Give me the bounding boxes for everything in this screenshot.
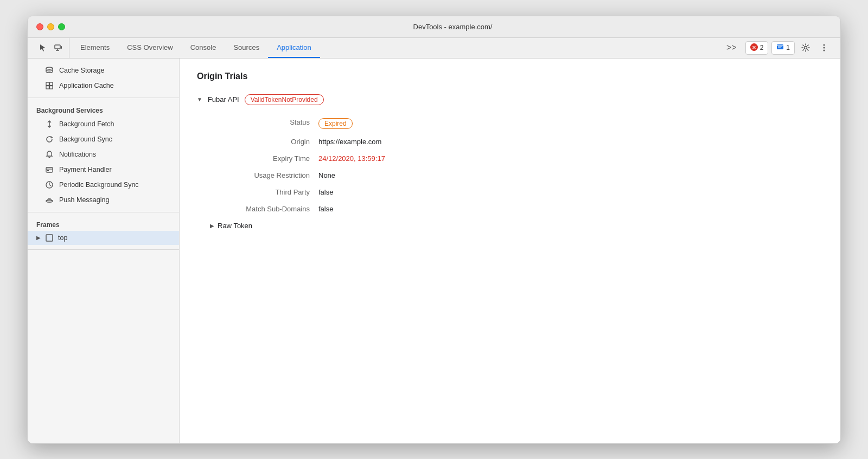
tabs-overflow-button[interactable]: >>: [722, 38, 741, 58]
frames-section: Frames ▶ top: [28, 212, 179, 250]
sidebar-item-payment-handler[interactable]: Payment Handler: [28, 162, 179, 177]
sidebar-item-application-cache[interactable]: Application Cache: [28, 78, 179, 93]
svg-text:✕: ✕: [752, 45, 756, 50]
periodic-sync-icon: [45, 180, 54, 189]
sidebar-item-background-sync[interactable]: Background Sync: [28, 132, 179, 147]
toolbar-icons: [32, 38, 69, 58]
sidebar: Cache Storage Application Cache: [28, 59, 180, 443]
usage-restriction-label: Usage Restriction: [210, 167, 318, 184]
svg-rect-15: [46, 82, 49, 86]
tab-css-overview[interactable]: CSS Overview: [118, 38, 182, 58]
status-expired-badge: Expired: [318, 118, 353, 129]
svg-point-12: [824, 47, 825, 49]
content-area: Origin Trials ▼ Fubar API ValidTokenNotP…: [180, 59, 840, 443]
usage-restriction-value: None: [318, 167, 823, 184]
third-party-label: Third Party: [210, 184, 318, 201]
frame-expand-icon: ▶: [36, 235, 41, 241]
application-cache-icon: [45, 81, 54, 90]
message-badge-button[interactable]: 1: [771, 41, 795, 55]
api-status-badge: ValidTokenNotProvided: [245, 94, 324, 105]
sidebar-item-cache-storage[interactable]: Cache Storage: [28, 63, 179, 78]
sidebar-item-frames-top[interactable]: ▶ top: [28, 231, 179, 245]
match-subdomains-label: Match Sub-Domains: [210, 201, 318, 217]
payment-handler-icon: [45, 165, 54, 174]
tab-console[interactable]: Console: [182, 38, 225, 58]
svg-rect-18: [50, 86, 53, 89]
background-fetch-icon: [45, 120, 54, 128]
svg-point-13: [824, 50, 825, 51]
status-label: Status: [210, 114, 318, 133]
detail-table: Status Expired Origin https://example.co…: [210, 114, 823, 217]
svg-point-14: [46, 67, 53, 69]
svg-rect-1: [61, 46, 62, 49]
svg-rect-22: [47, 170, 49, 171]
title-bar: DevTools - example.com/: [28, 16, 840, 38]
origin-label: Origin: [210, 133, 318, 150]
maximize-button[interactable]: [58, 23, 65, 30]
traffic-lights: [36, 23, 65, 30]
tabs-right-actions: ✕ 2 1: [741, 38, 836, 58]
svg-rect-20: [46, 167, 53, 172]
svg-rect-16: [50, 82, 53, 86]
status-value: Expired: [318, 114, 823, 133]
device-icon[interactable]: [52, 41, 65, 54]
sidebar-item-push-messaging[interactable]: Push Messaging: [28, 192, 179, 208]
sidebar-item-background-fetch[interactable]: Background Fetch: [28, 117, 179, 132]
window-title: DevTools - example.com/: [74, 23, 832, 31]
more-menu-button[interactable]: [816, 40, 832, 55]
push-messaging-icon: [45, 196, 54, 204]
api-expand-icon[interactable]: ▼: [197, 96, 202, 102]
tab-application[interactable]: Application: [268, 38, 320, 58]
raw-token-label: Raw Token: [218, 222, 252, 230]
expiry-value: 24/12/2020, 13:59:17: [318, 150, 823, 167]
tab-sources[interactable]: Sources: [225, 38, 268, 58]
tab-elements[interactable]: Elements: [72, 38, 118, 58]
main-content: Cache Storage Application Cache: [28, 59, 840, 443]
third-party-value: false: [318, 184, 823, 201]
storage-section: Cache Storage Application Cache: [28, 59, 179, 98]
svg-point-11: [824, 44, 825, 46]
cursor-icon[interactable]: [36, 41, 49, 54]
sidebar-item-periodic-background-sync[interactable]: Periodic Background Sync: [28, 177, 179, 192]
expiry-label: Expiry Time: [210, 150, 318, 167]
tabs-bar: Elements CSS Overview Console Sources Ap…: [28, 38, 840, 59]
svg-point-10: [805, 47, 807, 49]
api-name: Fubar API: [208, 95, 239, 104]
error-icon: ✕: [750, 43, 758, 53]
svg-rect-17: [46, 86, 49, 89]
close-button[interactable]: [36, 23, 43, 30]
svg-point-24: [46, 200, 53, 202]
error-badge-button[interactable]: ✕ 2: [745, 41, 769, 55]
background-services-header: Background Services: [28, 102, 179, 117]
match-subdomains-value: false: [318, 201, 823, 217]
api-header: ▼ Fubar API ValidTokenNotProvided: [197, 94, 823, 105]
raw-token-expand-icon[interactable]: ▶: [210, 223, 214, 229]
frames-header: Frames: [28, 217, 179, 231]
svg-rect-0: [55, 45, 60, 49]
sidebar-item-notifications[interactable]: Notifications: [28, 147, 179, 162]
page-title: Origin Trials: [197, 72, 823, 81]
devtools-window: DevTools - example.com/ Elements: [27, 16, 841, 444]
frame-icon: [45, 234, 54, 242]
background-services-section: Background Services Background Fetch: [28, 98, 179, 212]
origin-value: https://example.com: [318, 133, 823, 150]
background-sync-icon: [45, 135, 54, 144]
svg-rect-26: [46, 235, 53, 241]
tabs-list: Elements CSS Overview Console Sources Ap…: [72, 38, 722, 58]
settings-button[interactable]: [798, 40, 813, 55]
message-icon: [776, 43, 784, 53]
minimize-button[interactable]: [47, 23, 54, 30]
notifications-icon: [45, 150, 54, 159]
cache-storage-icon: [45, 66, 54, 75]
raw-token-row: ▶ Raw Token: [210, 222, 823, 230]
api-section: ▼ Fubar API ValidTokenNotProvided Status…: [197, 94, 823, 230]
